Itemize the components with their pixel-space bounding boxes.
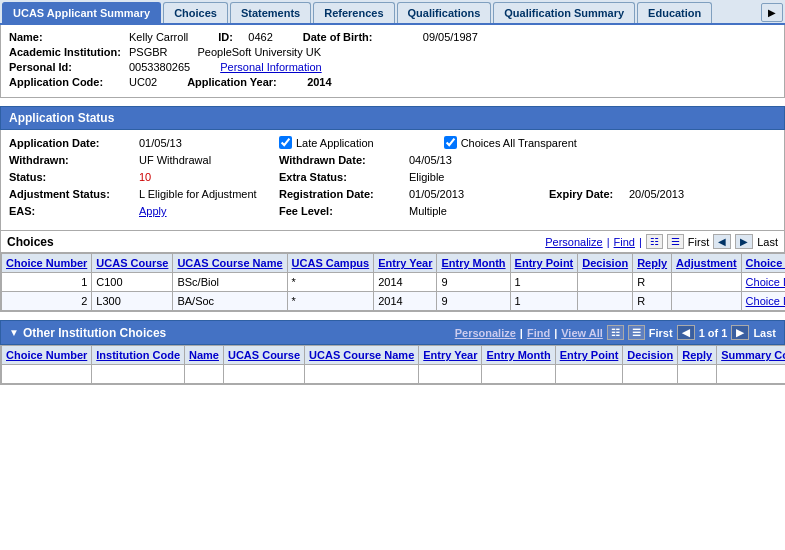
status-label: Status: xyxy=(9,171,139,183)
oi-entry-month-0 xyxy=(482,365,555,384)
institution-name: PeopleSoft University UK xyxy=(198,46,322,58)
reply-1: R xyxy=(633,292,672,311)
other-inst-next-btn[interactable]: ▶ xyxy=(731,325,749,340)
expiry-label: Expiry Date: xyxy=(549,188,629,200)
choices-table: Choice Number UCAS Course UCAS Course Na… xyxy=(1,253,785,311)
ucas-course-1: L300 xyxy=(92,292,173,311)
entry-month-1: 9 xyxy=(437,292,510,311)
adjustment-value: L Eligible for Adjustment xyxy=(139,188,259,200)
expiry-value: 20/05/2013 xyxy=(629,188,749,200)
reply-0: R xyxy=(633,273,672,292)
choices-columns-icon[interactable]: ☰ xyxy=(667,234,684,249)
withdrawn-label: Withdrawn: xyxy=(9,154,139,166)
oi-entry-point-0 xyxy=(555,365,623,384)
ucas-campus-1: * xyxy=(287,292,374,311)
oi-col-name: Name xyxy=(185,346,224,365)
tab-education[interactable]: Education xyxy=(637,2,712,23)
choices-personalize-link[interactable]: Personalize xyxy=(545,236,602,248)
tab-ucas-applicant-summary[interactable]: UCAS Applicant Summary xyxy=(2,2,161,23)
col-decision: Decision xyxy=(578,254,633,273)
oi-col-ucas-course: UCAS Course xyxy=(223,346,304,365)
late-application-group: Late Application xyxy=(279,136,374,149)
col-entry-month: Entry Month xyxy=(437,254,510,273)
extra-status-value: Eligible xyxy=(409,171,529,183)
choices-prev-btn[interactable]: ◀ xyxy=(713,234,731,249)
oi-col-choice-number: Choice Number xyxy=(2,346,92,365)
fee-level-value: Multiple xyxy=(409,205,529,217)
other-inst-first[interactable]: First xyxy=(649,327,673,339)
choices-find-link[interactable]: Find xyxy=(614,236,635,248)
other-inst-col-icon[interactable]: ☰ xyxy=(628,325,645,340)
eas-label: EAS: xyxy=(9,205,139,217)
app-date-value: 01/05/13 xyxy=(139,137,259,149)
other-inst-prev-btn[interactable]: ◀ xyxy=(677,325,695,340)
tabs-next-arrow[interactable]: ▶ xyxy=(761,3,783,22)
oi-ucas-course-0 xyxy=(223,365,304,384)
oi-col-entry-month: Entry Month xyxy=(482,346,555,365)
choices-transparent-group: Choices All Transparent xyxy=(444,136,577,149)
choices-first[interactable]: First xyxy=(688,236,709,248)
other-inst-last[interactable]: Last xyxy=(753,327,776,339)
institution-label: Academic Institution: xyxy=(9,46,129,58)
choice-details-1[interactable]: Choice Details xyxy=(741,292,785,311)
col-adjustment: Adjustment xyxy=(672,254,742,273)
oi-col-ucas-course-name: UCAS Course Name xyxy=(305,346,419,365)
oi-summary-cond-0 xyxy=(717,365,785,384)
oi-col-institution-code: Institution Code xyxy=(92,346,185,365)
choices-transparent-checkbox[interactable] xyxy=(444,136,457,149)
col-choice-number: Choice Number xyxy=(2,254,92,273)
choice-details-0[interactable]: Choice Details xyxy=(741,273,785,292)
entry-year-1: 2014 xyxy=(374,292,437,311)
adjustment-1 xyxy=(672,292,742,311)
other-inst-find-link[interactable]: Find xyxy=(527,327,550,339)
app-year-label: Application Year: xyxy=(187,76,307,88)
oi-entry-year-0 xyxy=(419,365,482,384)
choice-num-0: 1 xyxy=(2,273,92,292)
choices-next-btn[interactable]: ▶ xyxy=(735,234,753,249)
extra-status-label: Extra Status: xyxy=(279,171,409,183)
name-label: Name: xyxy=(9,31,129,43)
other-inst-grid-icon[interactable]: ☷ xyxy=(607,325,624,340)
institution-code: PSGBR xyxy=(129,46,168,58)
oi-col-decision: Decision xyxy=(623,346,678,365)
oi-ucas-course-name-0 xyxy=(305,365,419,384)
col-entry-point: Entry Point xyxy=(510,254,578,273)
col-reply: Reply xyxy=(633,254,672,273)
fee-level-label: Fee Level: xyxy=(279,205,409,217)
entry-year-0: 2014 xyxy=(374,273,437,292)
choices-grid-icon[interactable]: ☷ xyxy=(646,234,663,249)
other-inst-toolbar-right: Personalize | Find | View All ☷ ☰ First … xyxy=(455,325,776,340)
other-inst-personalize-link[interactable]: Personalize xyxy=(455,327,516,339)
choices-toolbar-right: Personalize | Find | ☷ ☰ First ◀ ▶ Last xyxy=(545,234,778,249)
tab-qualification-summary[interactable]: Qualification Summary xyxy=(493,2,635,23)
tab-references[interactable]: References xyxy=(313,2,394,23)
choices-last[interactable]: Last xyxy=(757,236,778,248)
oi-decision-0 xyxy=(623,365,678,384)
tab-choices[interactable]: Choices xyxy=(163,2,228,23)
choices-toolbar: Choices Personalize | Find | ☷ ☰ First ◀… xyxy=(1,231,784,253)
ucas-course-0: C100 xyxy=(92,273,173,292)
tab-qualifications[interactable]: Qualifications xyxy=(397,2,492,23)
oi-col-reply: Reply xyxy=(678,346,717,365)
withdrawn-value: UF Withdrawal xyxy=(139,154,259,166)
choices-title: Choices xyxy=(7,235,54,249)
ucas-campus-0: * xyxy=(287,273,374,292)
dob-value: 09/05/1987 xyxy=(423,31,478,43)
choices-row-1: 1 C100 BSc/Biol * 2014 9 1 R Choice Deta… xyxy=(2,273,786,292)
adjustment-label: Adjustment Status: xyxy=(9,188,139,200)
eas-value[interactable]: Apply xyxy=(139,205,259,217)
id-label: ID: xyxy=(218,31,248,43)
oi-col-entry-year: Entry Year xyxy=(419,346,482,365)
other-inst-view-all-link[interactable]: View All xyxy=(561,327,603,339)
reg-date-label: Registration Date: xyxy=(279,188,409,200)
other-inst-row-1: Offer Text xyxy=(2,365,786,384)
oi-choice-num-0 xyxy=(2,365,92,384)
late-application-checkbox[interactable] xyxy=(279,136,292,149)
ucas-course-name-0: BSc/Biol xyxy=(173,273,287,292)
oi-col-summary-condition: Summary Condition xyxy=(717,346,785,365)
personal-info-link[interactable]: Personal Information xyxy=(220,61,322,73)
tabs-bar: UCAS Applicant Summary Choices Statement… xyxy=(0,0,785,25)
withdrawn-date-label: Withdrawn Date: xyxy=(279,154,409,166)
tab-statements[interactable]: Statements xyxy=(230,2,311,23)
app-date-label: Application Date: xyxy=(9,137,139,149)
